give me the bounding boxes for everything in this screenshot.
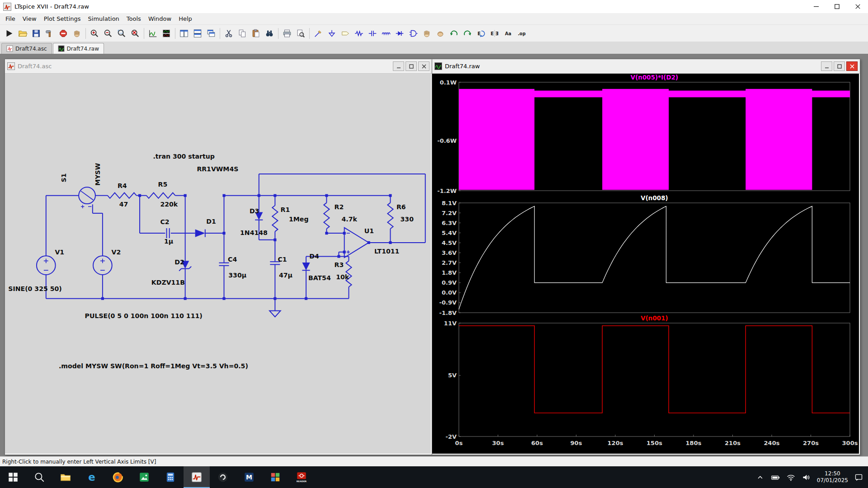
waveform-maximize-button[interactable] [834, 61, 845, 71]
menu-tools[interactable]: Tools [123, 14, 145, 24]
print-preview-button[interactable] [294, 27, 307, 40]
menu-window[interactable]: Window [145, 14, 175, 24]
schematic-canvas[interactable]: .tran 300 startupRR1VWM4SS1MYSWR447R5220… [5, 74, 431, 454]
waveform-minimize-button[interactable] [821, 61, 832, 71]
taskbar-photos-button[interactable] [131, 466, 157, 488]
toolbar-separator [85, 28, 86, 39]
diode-button[interactable] [393, 27, 406, 40]
taskbar: eMREADER12:5007/01/2025 [0, 466, 868, 488]
zoom-rect-button[interactable] [115, 27, 128, 40]
wire-button[interactable] [311, 27, 325, 40]
autorange-button[interactable] [146, 27, 160, 40]
menu-file[interactable]: File [2, 14, 19, 24]
menu-plot-settings[interactable]: Plot Settings [40, 14, 85, 24]
battery-icon[interactable] [771, 473, 780, 482]
spice-directive-button[interactable]: .op [515, 27, 528, 40]
tab-label: Draft74.asc [15, 46, 47, 52]
redo-button[interactable] [461, 27, 474, 40]
taskbar-edge-button[interactable]: e [79, 466, 105, 488]
schematic-window-titlebar[interactable]: Draft74.asc [5, 59, 432, 74]
plot-title: V(n001) [641, 314, 668, 322]
capacitor-icon [368, 28, 377, 38]
zoom-full-button[interactable] [128, 27, 142, 40]
plot-pane-2[interactable]: V(n008)8.1V7.2V6.3V5.4V4.5V3.6V2.7V1.8V0… [439, 194, 850, 316]
waveform-canvas[interactable]: V(n005)*I(D2)0.1W-0.6W-1.2WV(n008)8.1V7.… [432, 74, 859, 454]
control-panel-button[interactable] [43, 27, 57, 40]
text-tool-button[interactable]: Aa [501, 27, 515, 40]
pan-button[interactable] [70, 27, 84, 40]
zoom-in-button[interactable] [88, 27, 101, 40]
schematic-label: 47 [119, 201, 128, 208]
taskbar-tiles-app-button[interactable] [262, 466, 288, 488]
halt-button[interactable] [57, 27, 70, 40]
taskbar-m-app-button[interactable]: M [236, 466, 262, 488]
add-pane-button[interactable] [160, 27, 173, 40]
open-button[interactable] [16, 27, 29, 40]
waveform-window-titlebar[interactable]: Draft74.raw [432, 59, 860, 74]
diode-icon [395, 28, 405, 38]
autorange-icon [148, 28, 158, 38]
action-center-icon[interactable] [854, 473, 863, 482]
hidden-icons-chevron-icon[interactable] [755, 473, 765, 482]
cascade-button[interactable] [204, 27, 218, 40]
schematic-label: R3 [335, 261, 344, 268]
zoom-out-button[interactable] [101, 27, 115, 40]
schematic-minimize-button[interactable] [393, 61, 404, 71]
drag-button[interactable] [434, 27, 447, 40]
taskbar-search-button[interactable] [26, 466, 52, 488]
inductor-icon [381, 28, 391, 38]
ground-button[interactable] [325, 27, 339, 40]
menu-view[interactable]: View [19, 14, 40, 24]
plot-pane-3[interactable]: V(n001)11V5V-2V [444, 314, 850, 440]
taskbar-media-app-button[interactable] [210, 466, 236, 488]
schematic-close-button[interactable] [418, 61, 429, 71]
close-button[interactable] [847, 0, 868, 13]
tile-horizontal-button[interactable] [191, 27, 204, 40]
save-button[interactable] [29, 27, 43, 40]
undo-button[interactable] [447, 27, 461, 40]
wire-icon [313, 28, 323, 38]
run-button[interactable] [2, 27, 16, 40]
photos-icon [138, 471, 150, 483]
tab-draft74-raw[interactable]: Draft74.raw [53, 43, 104, 54]
taskbar-calculator-button[interactable] [157, 466, 184, 488]
taskbar-ltspice-button[interactable] [184, 466, 210, 488]
volume-icon[interactable] [802, 473, 811, 482]
net-label-button[interactable] [339, 27, 352, 40]
tile-horizontal-icon [193, 28, 203, 38]
paste-button[interactable] [249, 27, 263, 40]
find-button[interactable] [263, 27, 276, 40]
halt-icon [58, 28, 68, 38]
taskbar-firefox-button[interactable] [105, 466, 131, 488]
svg-text:Aa: Aa [505, 31, 511, 36]
rotate-button[interactable]: E [474, 27, 488, 40]
plot-pane-1[interactable]: V(n005)*I(D2)0.1W-0.6W-1.2W [437, 74, 850, 194]
schematic-maximize-button[interactable] [406, 61, 417, 71]
copy-button[interactable] [236, 27, 249, 40]
print-button[interactable] [280, 27, 294, 40]
resistor-button[interactable] [352, 27, 366, 40]
ltspice-logo-icon [3, 3, 11, 11]
mirror-button[interactable]: EE [488, 27, 501, 40]
minimize-button[interactable] [806, 0, 826, 13]
waveform-close-button[interactable] [846, 61, 858, 71]
taskbar-start-button[interactable] [0, 466, 26, 488]
menu-simulation[interactable]: Simulation [85, 14, 123, 24]
cut-button[interactable] [222, 27, 236, 40]
run-icon [4, 28, 14, 38]
taskbar-reader-button[interactable]: READER [288, 466, 315, 488]
tab-label: Draft74.raw [67, 46, 99, 52]
paste-icon [251, 28, 261, 38]
menu-help[interactable]: Help [175, 14, 196, 24]
maximize-button[interactable] [826, 0, 847, 13]
taskbar-file-explorer-button[interactable] [52, 466, 79, 488]
network-icon[interactable] [786, 473, 796, 482]
component-button[interactable] [406, 27, 420, 40]
capacitor-button[interactable] [366, 27, 379, 40]
inductor-button[interactable] [379, 27, 393, 40]
schematic-label: 1N4148 [240, 229, 268, 236]
tile-vertical-button[interactable] [177, 27, 191, 40]
move-button[interactable] [420, 27, 434, 40]
tab-draft74-asc[interactable]: Draft74.asc [1, 43, 52, 54]
taskbar-clock[interactable]: 12:5007/01/2025 [817, 470, 848, 484]
